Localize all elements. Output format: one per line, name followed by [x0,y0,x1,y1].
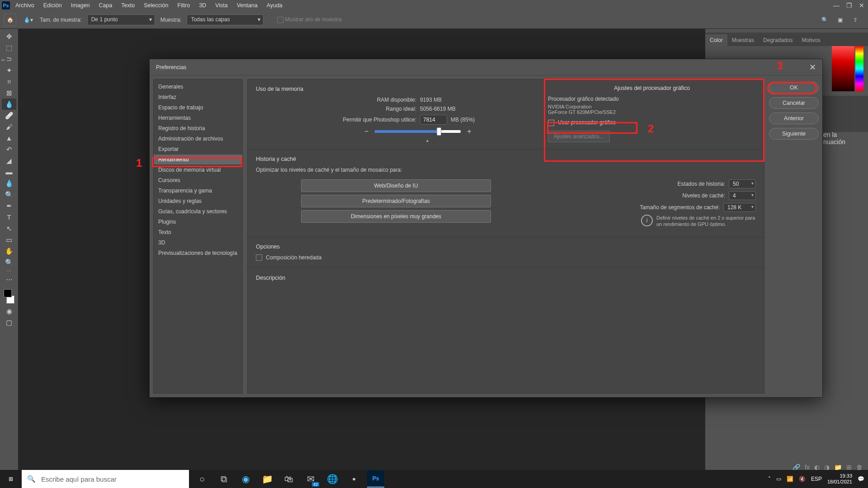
volume-icon[interactable]: 🔇 [799,476,806,482]
tray-chevron-icon[interactable]: ˄ [768,476,771,482]
levels-select[interactable]: 4 [729,191,756,200]
share-icon[interactable]: ⇪ [851,15,860,24]
ring-option[interactable]: Mostrar aro de muestra [277,16,341,23]
maximize-icon[interactable]: ❐ [844,1,854,10]
memory-slider[interactable] [375,130,461,133]
menu-vista[interactable]: Vista [212,1,231,10]
sidebar-item-3d[interactable]: 3D [154,238,242,248]
lasso-tool[interactable]: ⊃ [2,53,16,65]
menu-3d[interactable]: 3D [195,1,210,10]
sidebar-item-interfaz[interactable]: Interfaz [154,92,242,102]
eyedropper-tool[interactable]: 💧 [2,99,16,110]
menu-seleccion[interactable]: Selección [140,1,172,10]
color-swatches[interactable] [2,287,16,305]
shape-tool[interactable]: ▭ [2,234,16,245]
sidebar-item-exportar[interactable]: Exportar [154,144,242,154]
lang-indicator[interactable]: ESP [811,476,822,482]
close-icon[interactable]: ✕ [857,1,866,10]
sidebar-item-discos[interactable]: Discos de memoria virtual [154,165,242,175]
eyedropper-icon[interactable]: 💧▾ [22,14,34,26]
brush-tool[interactable]: 🖌 [2,121,16,132]
sidebar-item-espacio[interactable]: Espacio de trabajo [154,103,242,113]
history-brush-tool[interactable]: ↶ [2,144,16,155]
menu-imagen[interactable]: Imagen [67,1,94,10]
marquee-tool[interactable]: ⬚ [2,42,16,53]
legacy-option[interactable]: Composición heredada [256,254,756,261]
home-button[interactable]: 🏠 [4,14,16,26]
states-select[interactable]: 50 [729,179,756,188]
frame-tool[interactable]: ⊠ [2,87,16,99]
quickmask-tool[interactable]: ◉ [2,305,16,317]
battery-icon[interactable]: ▭ [776,476,781,482]
heal-tool[interactable]: 🩹 [2,110,16,121]
terminal-icon[interactable]: ▪ [345,470,363,488]
preset-large-button[interactable]: Dimensiones en píxeles muy grandes [301,210,491,223]
edit-toolbar[interactable]: ⋯ [2,273,16,285]
move-tool[interactable]: ✥ [2,31,16,42]
sidebar-item-generales[interactable]: Generales [154,82,242,92]
search-icon[interactable]: 🔍 [820,15,829,24]
menu-edicion[interactable]: Edición [40,1,66,10]
zoom-tool[interactable]: 🔍 [2,257,16,268]
chrome-icon[interactable]: 🌐 [324,470,341,488]
allow-input[interactable]: 7814 [420,115,447,125]
menu-ventana[interactable]: Ventana [233,1,261,10]
explorer-icon[interactable]: 📁 [259,470,276,488]
dialog-close-icon[interactable]: ✕ [809,62,816,72]
taskview-icon[interactable]: ⧉ [215,470,232,488]
tile-select[interactable]: 128 K [723,203,756,212]
sidebar-item-transparencia[interactable]: Transparencia y gama [154,186,242,196]
tab-patterns[interactable]: Motivos [797,34,825,46]
gpu-advanced-button[interactable]: Ajustes avanzados... [548,131,610,142]
tab-gradients[interactable]: Degradados [759,34,797,46]
preset-default-button[interactable]: Predeterminado/Fotografías [301,195,491,207]
menu-archivo[interactable]: Archivo [12,1,38,10]
path-tool[interactable]: ↖ [2,223,16,234]
ring-checkbox[interactable] [277,17,283,23]
photoshop-taskbar-icon[interactable]: Ps [367,470,384,488]
frame-icon[interactable]: ▣ [835,15,844,24]
edge-icon[interactable]: ◉ [237,470,254,488]
slider-plus-icon[interactable]: + [467,127,471,136]
wand-tool[interactable]: ✦ [2,65,16,76]
screenmode-tool[interactable]: ▢ [2,317,16,328]
minimize-icon[interactable]: — [832,1,841,10]
store-icon[interactable]: 🛍 [280,470,297,488]
type-tool[interactable]: T [2,211,16,223]
mail-icon[interactable]: ✉42 [302,470,319,488]
sidebar-item-herramientas[interactable]: Herramientas [154,113,242,123]
sidebar-item-guias[interactable]: Guías, cuadrícula y sectores [154,206,242,216]
sidebar-item-plugins[interactable]: Plugins [154,217,242,227]
sample-size-select[interactable]: De 1 punto [87,14,155,25]
blur-tool[interactable]: 💧 [2,178,16,189]
gpu-use-option[interactable]: Usar procesador gráfico [548,119,756,126]
sidebar-item-cursores[interactable]: Cursores [154,175,242,185]
pen-tool[interactable]: ✒ [2,200,16,211]
hue-strip[interactable] [855,46,863,91]
next-button[interactable]: Siguiente [769,128,819,140]
menu-texto[interactable]: Texto [118,1,138,10]
color-field[interactable] [832,46,854,91]
stamp-tool[interactable]: ▲ [2,132,16,144]
preset-web-button[interactable]: Web/Diseño de IU [301,179,491,192]
sidebar-item-texto[interactable]: Texto [154,227,242,237]
sample-select[interactable]: Todas las capas [187,14,264,25]
notifications-icon[interactable]: 💬 [858,476,864,482]
wifi-icon[interactable]: 📶 [787,476,793,482]
prev-button[interactable]: Anterior [769,113,819,124]
menu-filtro[interactable]: Filtro [174,1,193,10]
taskbar-search[interactable]: 🔍 Escribe aquí para buscar [22,470,189,488]
ok-button[interactable]: OK [769,82,819,94]
sidebar-item-historia[interactable]: Registro de historia [154,123,242,133]
gradient-tool[interactable]: ▬ [2,166,16,178]
clock[interactable]: 19:33 18/01/2021 [827,473,852,485]
dodge-tool[interactable]: 🔍 [2,189,16,200]
gpu-checkbox[interactable] [548,120,554,126]
sidebar-item-rendimiento[interactable]: Rendimiento [154,155,242,164]
start-button[interactable]: ⊞ [0,470,22,488]
sidebar-item-previs[interactable]: Previsualizaciones de tecnología [154,248,242,258]
cortana-icon[interactable]: ○ [193,470,211,488]
legacy-checkbox[interactable] [256,254,262,261]
crop-tool[interactable]: ⌗ [2,76,16,87]
menu-ayuda[interactable]: Ayuda [263,1,286,10]
